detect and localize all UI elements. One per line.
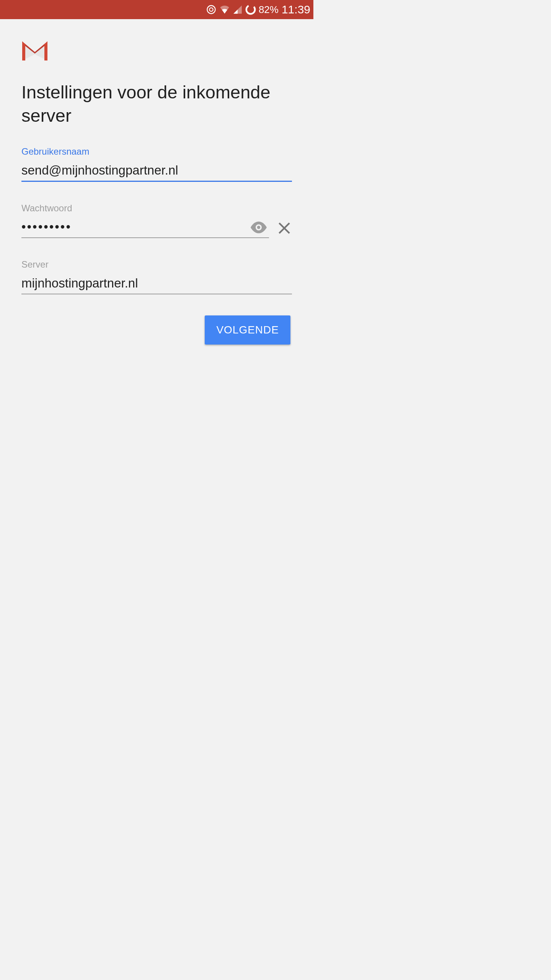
cell-signal-icon	[233, 4, 243, 15]
password-input[interactable]	[21, 217, 269, 238]
clear-password-icon[interactable]	[277, 220, 292, 237]
svg-point-10	[257, 226, 260, 229]
svg-point-0	[207, 6, 215, 14]
dnd-icon	[206, 4, 217, 15]
server-field: Server	[21, 259, 292, 294]
password-label: Wachtwoord	[21, 203, 292, 214]
server-input[interactable]	[21, 274, 292, 294]
svg-point-1	[209, 8, 213, 11]
show-password-icon[interactable]	[250, 221, 267, 235]
username-label: Gebruikersnaam	[21, 146, 292, 157]
loading-icon	[245, 4, 256, 15]
wifi-icon	[219, 4, 230, 15]
next-button[interactable]: VOLGENDE	[205, 315, 290, 345]
svg-point-2	[245, 4, 256, 15]
status-time: 11:39	[282, 3, 310, 16]
content: Instellingen voor de inkomende server Ge…	[0, 19, 313, 345]
status-bar: 82% 11:39	[0, 0, 313, 19]
password-field: Wachtwoord	[21, 203, 292, 238]
svg-marker-6	[44, 41, 47, 60]
svg-marker-5	[22, 41, 25, 60]
gmail-logo-icon	[21, 41, 48, 61]
username-input[interactable]	[21, 161, 292, 182]
page-title: Instellingen voor de inkomende server	[21, 80, 292, 127]
username-field: Gebruikersnaam	[21, 146, 292, 182]
server-label: Server	[21, 259, 292, 270]
battery-percentage: 82%	[259, 4, 279, 16]
